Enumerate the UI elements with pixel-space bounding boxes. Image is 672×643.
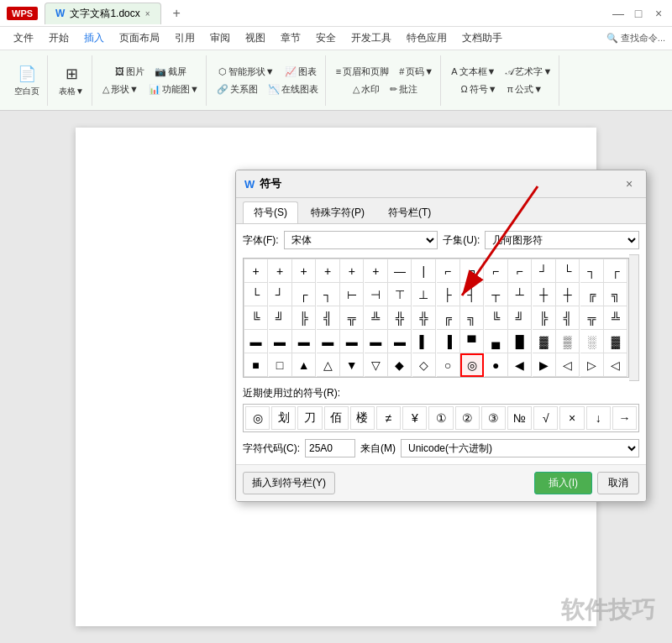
toolbar-btn-smartshape[interactable]: ⬡ 智能形状▼	[215, 64, 278, 80]
symbol-cell[interactable]: ▬	[388, 330, 412, 353]
symbol-cell[interactable]: |	[412, 259, 436, 283]
symbol-cell[interactable]: +	[292, 259, 316, 283]
symbol-cell[interactable]: ┘	[533, 259, 556, 283]
symbol-cell[interactable]: ▲	[292, 353, 316, 377]
symbol-cell[interactable]: ⌐	[437, 259, 460, 283]
symbol-cell[interactable]: ┼	[533, 283, 556, 306]
toolbar-btn-chart[interactable]: 📈 图表	[281, 64, 320, 80]
symbol-cell[interactable]: ┌	[292, 283, 316, 306]
symbol-cell[interactable]: ▬	[269, 330, 292, 353]
menu-file[interactable]: 文件	[7, 29, 40, 48]
symbol-cell[interactable]: ╔	[580, 283, 604, 306]
symbol-cell[interactable]: ▼	[340, 353, 364, 377]
symbol-cell[interactable]: ├	[437, 283, 460, 306]
menu-devtools[interactable]: 开发工具	[344, 29, 398, 48]
symbol-cell[interactable]: ░	[580, 330, 604, 353]
symbol-cell[interactable]: +	[340, 259, 364, 283]
symbol-cell[interactable]: ╗	[460, 306, 484, 330]
symbol-cell[interactable]: └	[244, 283, 268, 306]
symbol-cell[interactable]: ▀	[460, 330, 484, 353]
toolbar-btn-formula[interactable]: π 公式▼	[504, 81, 546, 97]
recent-symbol-cell[interactable]: ↓	[586, 406, 611, 430]
symbol-cell[interactable]: ▶	[533, 353, 556, 377]
symbol-cell[interactable]: ▬	[365, 330, 388, 353]
symbol-cell[interactable]: ╝	[508, 306, 532, 330]
symbol-cell[interactable]: ╩	[365, 306, 388, 330]
symbol-cell[interactable]: ┴	[508, 283, 532, 306]
toolbar-btn-online-chart[interactable]: 📉 在线图表	[265, 81, 322, 97]
symbol-cell[interactable]: ╚	[244, 306, 268, 330]
symbol-cell[interactable]: ╩	[604, 306, 627, 330]
recent-symbol-cell[interactable]: 佰	[324, 406, 349, 430]
symbol-cell[interactable]: ▷	[580, 353, 604, 377]
symbol-cell[interactable]: +	[365, 259, 388, 283]
toolbar-btn-blankpage[interactable]: 📄 空白页	[10, 62, 44, 99]
symbol-cell[interactable]: ╣	[556, 306, 580, 330]
recent-symbol-cell[interactable]: √	[533, 406, 558, 430]
symbol-cell[interactable]: ┤	[460, 283, 484, 306]
toolbar-btn-relations[interactable]: 🔗 关系图	[213, 81, 261, 97]
menu-security[interactable]: 安全	[309, 29, 343, 48]
recent-symbol-cell[interactable]: ①	[428, 406, 453, 430]
symbol-cell[interactable]: +	[269, 259, 292, 283]
symbol-cell[interactable]: ◎	[460, 353, 484, 377]
toolbar-btn-table[interactable]: ⊞ 表格▼	[55, 62, 88, 99]
symbol-cell[interactable]: ●	[485, 353, 508, 377]
symbol-cell[interactable]: ¬	[460, 259, 484, 283]
menu-reference[interactable]: 引用	[168, 29, 202, 48]
insert-to-bar-btn[interactable]: 插入到符号栏(Y)	[243, 472, 335, 494]
recent-symbol-cell[interactable]: 刀	[297, 406, 322, 430]
toolbar-btn-textbox[interactable]: A 文本框▼	[448, 64, 499, 80]
symbol-cell[interactable]: ⊥	[412, 283, 436, 306]
toolbar-btn-symbol[interactable]: Ω 符号▼	[457, 81, 500, 97]
symbol-cell[interactable]: ⊤	[388, 283, 412, 306]
symbol-cell[interactable]: ▄	[485, 330, 508, 353]
insert-btn[interactable]: 插入(I)	[534, 472, 592, 494]
symbol-cell[interactable]: ◆	[388, 353, 412, 377]
symbol-cell[interactable]: ▓	[533, 330, 556, 353]
window-close-btn[interactable]: ×	[652, 7, 665, 20]
symbol-cell[interactable]: ◁	[556, 353, 580, 377]
toolbar-btn-shape[interactable]: △ 形状▼	[99, 81, 142, 97]
symbol-cell[interactable]: +	[244, 259, 268, 283]
symbol-cell[interactable]: ○	[437, 353, 460, 377]
dialog-close-btn[interactable]: ×	[621, 175, 638, 192]
symbol-cell[interactable]: ╬	[388, 306, 412, 330]
symbol-cell[interactable]: ▒	[556, 330, 580, 353]
menu-insert[interactable]: 插入	[77, 29, 111, 48]
symbol-cell[interactable]: ◇	[412, 353, 436, 377]
menu-special[interactable]: 特色应用	[400, 29, 454, 48]
symbol-cell[interactable]: ▬	[317, 330, 340, 353]
cancel-btn[interactable]: 取消	[597, 472, 639, 494]
dialog-tab-special[interactable]: 特殊字符(P)	[300, 201, 375, 223]
recent-symbol-cell[interactable]: 划	[271, 406, 296, 430]
symbol-cell[interactable]: ╠	[292, 306, 316, 330]
symbol-cell[interactable]: ╠	[533, 306, 556, 330]
symbol-cell[interactable]: ╗	[604, 283, 627, 306]
recent-symbol-cell[interactable]: ②	[455, 406, 480, 430]
charcode-input[interactable]	[305, 439, 355, 457]
symbol-cell[interactable]: ⌐	[485, 259, 508, 283]
symbol-cell[interactable]: □	[269, 353, 292, 377]
symbol-cell[interactable]: █	[508, 330, 532, 353]
tab-close-btn[interactable]: ×	[145, 9, 150, 18]
symbol-cell[interactable]: —	[388, 259, 412, 283]
maximize-btn[interactable]: □	[632, 7, 645, 20]
symbol-cell[interactable]: ■	[244, 353, 268, 377]
symbol-cell[interactable]: ╣	[317, 306, 340, 330]
recent-symbol-cell[interactable]: ¥	[402, 406, 427, 430]
symbol-cell[interactable]: ┐	[317, 283, 340, 306]
symbol-cell[interactable]: ╦	[340, 306, 364, 330]
symbol-cell[interactable]: ┘	[269, 283, 292, 306]
toolbar-btn-headerfooter[interactable]: ≡ 页眉和页脚	[333, 64, 392, 80]
symbol-cell[interactable]: ┌	[604, 259, 627, 283]
symbol-cell[interactable]: ▬	[244, 330, 268, 353]
symbol-cell[interactable]: ▬	[292, 330, 316, 353]
dialog-tab-symbolbar[interactable]: 符号栏(T)	[377, 201, 442, 223]
recent-symbol-cell[interactable]: ③	[481, 406, 506, 430]
menu-view[interactable]: 视图	[239, 29, 272, 48]
symbol-cell[interactable]: ⊢	[340, 283, 364, 306]
symbol-cell[interactable]: ▽	[365, 353, 388, 377]
symbol-cell[interactable]: ⌐	[508, 259, 532, 283]
toolbar-btn-arttext[interactable]: 𝒜 艺术字▼	[502, 64, 555, 80]
